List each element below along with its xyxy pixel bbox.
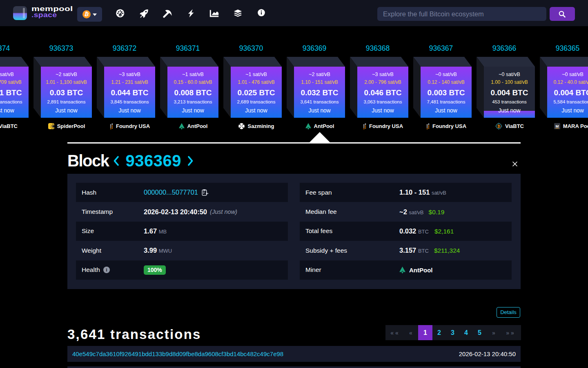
svg-text:₿: ₿	[497, 124, 501, 128]
svg-text:M: M	[555, 124, 559, 128]
